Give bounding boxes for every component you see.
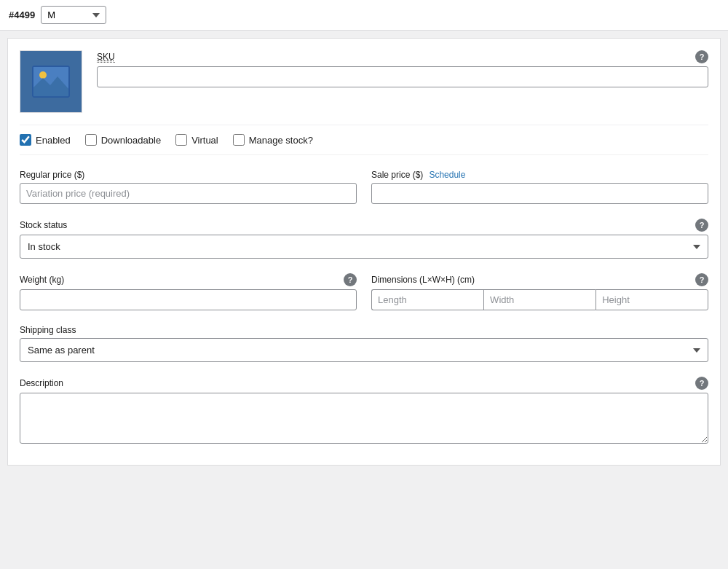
- image-sku-row: SKU ?: [20, 50, 708, 113]
- description-textarea[interactable]: [20, 393, 708, 444]
- weight-label: Weight (kg): [20, 275, 64, 285]
- regular-price-label: Regular price ($): [20, 170, 357, 180]
- variation-select[interactable]: M S L XL XXL: [41, 6, 106, 24]
- product-image[interactable]: [20, 50, 82, 113]
- enabled-checkbox[interactable]: [20, 134, 31, 146]
- shipping-class-label: Shipping class: [20, 325, 708, 335]
- dimensions-label-row: Dimensions (L×W×H) (cm) ?: [371, 273, 708, 286]
- sale-price-label: Sale price ($): [371, 170, 423, 180]
- downloadable-label: Downloadable: [101, 135, 161, 146]
- header-bar: #4499 M S L XL XXL: [0, 0, 728, 31]
- shipping-class-select[interactable]: Same as parent No shipping class: [20, 338, 708, 362]
- sku-input[interactable]: [97, 66, 708, 87]
- weight-section: Weight (kg) ?: [20, 273, 357, 310]
- height-input[interactable]: [596, 289, 708, 310]
- stock-label-row: Stock status ?: [20, 219, 708, 232]
- stock-help-icon[interactable]: ?: [695, 219, 708, 232]
- stock-status-select[interactable]: In stock Out of stock On backorder: [20, 235, 708, 259]
- description-label: Description: [20, 378, 63, 388]
- length-input[interactable]: [371, 289, 483, 310]
- dimensions-inputs: [371, 289, 708, 310]
- weight-label-row: Weight (kg) ?: [20, 273, 357, 286]
- schedule-link[interactable]: Schedule: [429, 170, 465, 180]
- virtual-checkbox-item[interactable]: Virtual: [175, 134, 218, 146]
- description-section: Description ?: [20, 377, 708, 446]
- dimensions-label: Dimensions (L×W×H) (cm): [371, 275, 475, 285]
- dimensions-help-icon[interactable]: ?: [695, 273, 708, 286]
- page-wrapper: #4499 M S L XL XXL SKU ?: [0, 0, 728, 569]
- width-input[interactable]: [483, 289, 596, 310]
- desc-label-row: Description ?: [20, 377, 708, 390]
- enabled-checkbox-item[interactable]: Enabled: [20, 134, 71, 146]
- stock-status-section: Stock status ? In stock Out of stock On …: [20, 219, 708, 259]
- sale-price-input[interactable]: [371, 183, 708, 204]
- manage-stock-checkbox-item[interactable]: Manage stock?: [233, 134, 313, 146]
- sku-label: SKU: [97, 52, 115, 63]
- manage-stock-label: Manage stock?: [249, 135, 313, 146]
- shipping-class-section: Shipping class Same as parent No shippin…: [20, 325, 708, 362]
- manage-stock-checkbox[interactable]: [233, 134, 245, 146]
- downloadable-checkbox[interactable]: [85, 134, 97, 146]
- price-row: Regular price ($) Sale price ($) Schedul…: [20, 170, 708, 204]
- checkboxes-row: Enabled Downloadable Virtual Manage stoc…: [20, 125, 708, 155]
- sale-price-field: Sale price ($) Schedule: [371, 170, 708, 204]
- regular-price-input[interactable]: [20, 183, 357, 204]
- regular-price-field: Regular price ($): [20, 170, 357, 204]
- sku-help-icon[interactable]: ?: [695, 50, 708, 63]
- dimensions-section: Dimensions (L×W×H) (cm) ?: [371, 273, 708, 310]
- enabled-label: Enabled: [36, 135, 71, 146]
- weight-dim-row: Weight (kg) ? Dimensions (L×W×H) (cm) ?: [20, 273, 708, 310]
- sale-price-label-row: Sale price ($) Schedule: [371, 170, 708, 180]
- svg-point-1: [39, 71, 47, 79]
- sku-header: SKU ?: [97, 50, 708, 63]
- virtual-checkbox[interactable]: [175, 134, 187, 146]
- virtual-label: Virtual: [191, 135, 218, 146]
- stock-status-label: Stock status: [20, 220, 67, 230]
- weight-help-icon[interactable]: ?: [344, 273, 357, 286]
- variation-form: SKU ? Enabled Downloadable Virtual: [7, 38, 721, 466]
- variation-id: #4499: [9, 9, 35, 20]
- weight-input[interactable]: [20, 289, 357, 310]
- sku-section: SKU ?: [97, 50, 708, 87]
- description-help-icon[interactable]: ?: [695, 377, 708, 390]
- downloadable-checkbox-item[interactable]: Downloadable: [85, 134, 161, 146]
